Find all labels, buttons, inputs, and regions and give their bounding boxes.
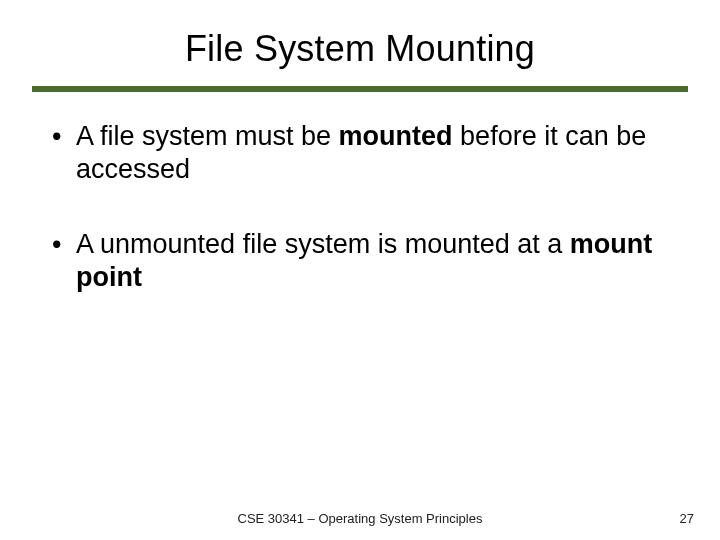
bullet-text-bold: mounted: [339, 121, 453, 151]
bullet-text-pre: A unmounted file system is mounted at a: [76, 229, 570, 259]
slide-title: File System Mounting: [0, 28, 720, 70]
bullet-list: A file system must be mounted before it …: [50, 120, 670, 294]
bullet-item: A file system must be mounted before it …: [50, 120, 670, 186]
bullet-item: A unmounted file system is mounted at a …: [50, 228, 670, 294]
footer-course: CSE 30341 – Operating System Principles: [238, 511, 483, 526]
footer: CSE 30341 – Operating System Principles …: [0, 511, 720, 526]
slide: File System Mounting A file system must …: [0, 0, 720, 540]
bullet-text-pre: A file system must be: [76, 121, 339, 151]
title-block: File System Mounting: [0, 0, 720, 80]
page-number: 27: [680, 511, 694, 526]
content-area: A file system must be mounted before it …: [0, 92, 720, 294]
